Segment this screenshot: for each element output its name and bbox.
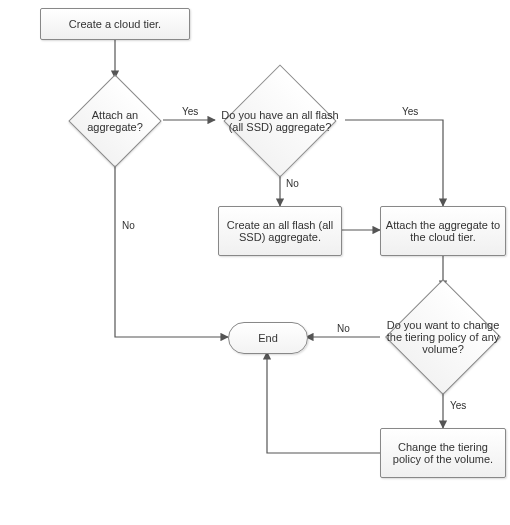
node-label: Create a cloud tier.	[69, 18, 161, 30]
node-attach-to-cloud: Attach the aggregate to the cloud tier.	[380, 206, 506, 256]
node-change-policy: Change the tiering policy of the volume.	[380, 428, 506, 478]
edge-label-yes: Yes	[400, 106, 420, 117]
node-label: Change the tiering policy of the volume.	[385, 441, 501, 465]
node-label: Do you have an all flash (all SSD) aggre…	[220, 109, 340, 133]
node-end: End	[228, 322, 308, 354]
edge-label-yes: Yes	[448, 400, 468, 411]
node-label: Do you want to change the tiering policy…	[384, 319, 502, 355]
node-change-policy-q: Do you want to change the tiering policy…	[380, 288, 506, 386]
edge-label-no: No	[335, 323, 352, 334]
edge-label-no: No	[120, 220, 137, 231]
node-label: Attach the aggregate to the cloud tier.	[385, 219, 501, 243]
node-have-all-flash: Do you have an all flash (all SSD) aggre…	[215, 78, 345, 164]
node-label: Create an all flash (all SSD) aggregate.	[223, 219, 337, 243]
node-label: Attach an aggregate?	[72, 109, 158, 133]
flowchart-canvas: Yes No Yes No Yes No Create a cloud tier…	[0, 0, 510, 525]
node-create-all-flash: Create an all flash (all SSD) aggregate.	[218, 206, 342, 256]
node-attach-aggregate: Attach an aggregate?	[67, 78, 163, 164]
edge-label-no: No	[284, 178, 301, 189]
edge-label-yes: Yes	[180, 106, 200, 117]
node-create-cloud-tier: Create a cloud tier.	[40, 8, 190, 40]
node-label: End	[258, 332, 278, 344]
